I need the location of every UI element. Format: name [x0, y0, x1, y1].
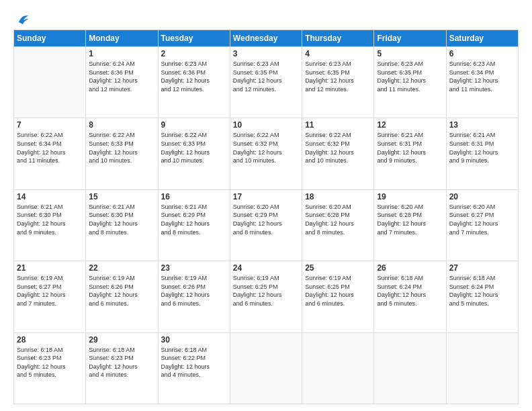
- day-info: Sunrise: 6:23 AMSunset: 6:35 PMDaylight:…: [233, 60, 299, 93]
- day-number: 15: [89, 192, 154, 201]
- weekday-monday: Monday: [86, 30, 158, 47]
- calendar-cell: 18Sunrise: 6:20 AMSunset: 6:28 PMDayligh…: [302, 189, 374, 261]
- day-info: Sunrise: 6:22 AMSunset: 6:32 PMDaylight:…: [305, 131, 371, 165]
- calendar-cell: 28Sunrise: 6:18 AMSunset: 6:23 PMDayligh…: [14, 332, 86, 404]
- day-number: 13: [449, 120, 515, 130]
- calendar-cell: 2Sunrise: 6:23 AMSunset: 6:36 PMDaylight…: [158, 47, 230, 118]
- day-info: Sunrise: 6:18 AMSunset: 6:22 PMDaylight:…: [161, 346, 227, 379]
- day-info: Sunrise: 6:19 AMSunset: 6:26 PMDaylight:…: [89, 274, 154, 308]
- day-info: Sunrise: 6:18 AMSunset: 6:23 PMDaylight:…: [89, 346, 154, 379]
- day-info: Sunrise: 6:18 AMSunset: 6:24 PMDaylight:…: [377, 274, 443, 308]
- day-info: Sunrise: 6:18 AMSunset: 6:24 PMDaylight:…: [449, 274, 515, 308]
- calendar-cell: 5Sunrise: 6:23 AMSunset: 6:35 PMDaylight…: [374, 47, 446, 118]
- calendar-cell: 22Sunrise: 6:19 AMSunset: 6:26 PMDayligh…: [86, 261, 158, 332]
- day-number: 10: [233, 120, 299, 130]
- calendar-cell: 20Sunrise: 6:20 AMSunset: 6:27 PMDayligh…: [446, 189, 518, 261]
- day-number: 2: [161, 49, 227, 58]
- weekday-saturday: Saturday: [446, 30, 518, 47]
- day-number: 4: [305, 49, 371, 58]
- day-info: Sunrise: 6:19 AMSunset: 6:27 PMDaylight:…: [17, 274, 83, 308]
- day-info: Sunrise: 6:21 AMSunset: 6:30 PMDaylight:…: [89, 203, 154, 236]
- calendar-cell: [230, 332, 302, 404]
- day-info: Sunrise: 6:22 AMSunset: 6:32 PMDaylight:…: [233, 131, 299, 165]
- calendar-cell: 12Sunrise: 6:21 AMSunset: 6:31 PMDayligh…: [374, 118, 446, 189]
- day-number: 25: [305, 263, 371, 273]
- day-number: 23: [161, 263, 227, 273]
- day-number: 12: [377, 120, 443, 130]
- weekday-friday: Friday: [374, 30, 446, 47]
- day-number: 24: [233, 263, 299, 273]
- day-info: Sunrise: 6:22 AMSunset: 6:34 PMDaylight:…: [17, 131, 83, 165]
- day-info: Sunrise: 6:23 AMSunset: 6:35 PMDaylight:…: [377, 60, 443, 93]
- calendar-cell: 6Sunrise: 6:23 AMSunset: 6:34 PMDaylight…: [446, 47, 518, 118]
- calendar-cell: 27Sunrise: 6:18 AMSunset: 6:24 PMDayligh…: [446, 261, 518, 332]
- calendar-week-row: 14Sunrise: 6:21 AMSunset: 6:30 PMDayligh…: [14, 189, 519, 261]
- calendar-cell: 8Sunrise: 6:22 AMSunset: 6:33 PMDaylight…: [86, 118, 158, 189]
- calendar-cell: 29Sunrise: 6:18 AMSunset: 6:23 PMDayligh…: [86, 332, 158, 404]
- day-number: 3: [233, 49, 299, 58]
- day-number: 11: [305, 120, 371, 130]
- day-info: Sunrise: 6:22 AMSunset: 6:33 PMDaylight:…: [89, 131, 154, 165]
- weekday-tuesday: Tuesday: [158, 30, 230, 47]
- calendar-cell: 14Sunrise: 6:21 AMSunset: 6:30 PMDayligh…: [14, 189, 86, 261]
- day-number: 27: [449, 263, 515, 273]
- day-info: Sunrise: 6:19 AMSunset: 6:26 PMDaylight:…: [161, 274, 227, 308]
- weekday-sunday: Sunday: [14, 30, 86, 47]
- day-number: 7: [17, 120, 83, 130]
- day-number: 29: [89, 335, 154, 345]
- logo: [13, 12, 30, 24]
- calendar-cell: 16Sunrise: 6:21 AMSunset: 6:29 PMDayligh…: [158, 189, 230, 261]
- day-number: 28: [17, 335, 83, 345]
- calendar-week-row: 28Sunrise: 6:18 AMSunset: 6:23 PMDayligh…: [14, 332, 519, 404]
- day-number: 14: [17, 192, 83, 201]
- day-info: Sunrise: 6:21 AMSunset: 6:30 PMDaylight:…: [17, 203, 83, 236]
- calendar-cell: 13Sunrise: 6:21 AMSunset: 6:31 PMDayligh…: [446, 118, 518, 189]
- calendar-cell: 30Sunrise: 6:18 AMSunset: 6:22 PMDayligh…: [158, 332, 230, 404]
- day-number: 16: [161, 192, 227, 201]
- day-info: Sunrise: 6:24 AMSunset: 6:36 PMDaylight:…: [89, 60, 154, 93]
- day-number: 1: [89, 49, 154, 58]
- calendar-cell: [14, 47, 86, 118]
- calendar-cell: 15Sunrise: 6:21 AMSunset: 6:30 PMDayligh…: [86, 189, 158, 261]
- day-info: Sunrise: 6:23 AMSunset: 6:34 PMDaylight:…: [449, 60, 515, 93]
- calendar-cell: 23Sunrise: 6:19 AMSunset: 6:26 PMDayligh…: [158, 261, 230, 332]
- page: SundayMondayTuesdayWednesdayThursdayFrid…: [0, 0, 532, 411]
- day-info: Sunrise: 6:18 AMSunset: 6:23 PMDaylight:…: [17, 346, 83, 379]
- day-number: 17: [233, 192, 299, 201]
- calendar-cell: 1Sunrise: 6:24 AMSunset: 6:36 PMDaylight…: [86, 47, 158, 118]
- day-info: Sunrise: 6:19 AMSunset: 6:25 PMDaylight:…: [233, 274, 299, 308]
- day-info: Sunrise: 6:21 AMSunset: 6:31 PMDaylight:…: [449, 131, 515, 165]
- calendar-week-row: 1Sunrise: 6:24 AMSunset: 6:36 PMDaylight…: [14, 47, 519, 118]
- calendar-cell: 10Sunrise: 6:22 AMSunset: 6:32 PMDayligh…: [230, 118, 302, 189]
- calendar-cell: [374, 332, 446, 404]
- day-number: 19: [377, 192, 443, 201]
- calendar-cell: 17Sunrise: 6:20 AMSunset: 6:29 PMDayligh…: [230, 189, 302, 261]
- calendar-cell: 3Sunrise: 6:23 AMSunset: 6:35 PMDaylight…: [230, 47, 302, 118]
- day-info: Sunrise: 6:19 AMSunset: 6:25 PMDaylight:…: [305, 274, 371, 308]
- day-info: Sunrise: 6:23 AMSunset: 6:35 PMDaylight:…: [305, 60, 371, 93]
- day-number: 30: [161, 335, 227, 345]
- day-number: 9: [161, 120, 227, 130]
- calendar-cell: 26Sunrise: 6:18 AMSunset: 6:24 PMDayligh…: [374, 261, 446, 332]
- day-number: 18: [305, 192, 371, 201]
- day-info: Sunrise: 6:20 AMSunset: 6:27 PMDaylight:…: [449, 203, 515, 236]
- logo-bird-icon: [15, 12, 30, 27]
- header: [13, 12, 519, 24]
- day-number: 21: [17, 263, 83, 273]
- day-number: 5: [377, 49, 443, 58]
- calendar-cell: 11Sunrise: 6:22 AMSunset: 6:32 PMDayligh…: [302, 118, 374, 189]
- calendar-cell: 25Sunrise: 6:19 AMSunset: 6:25 PMDayligh…: [302, 261, 374, 332]
- calendar-week-row: 21Sunrise: 6:19 AMSunset: 6:27 PMDayligh…: [14, 261, 519, 332]
- day-info: Sunrise: 6:23 AMSunset: 6:36 PMDaylight:…: [161, 60, 227, 93]
- calendar-cell: 19Sunrise: 6:20 AMSunset: 6:28 PMDayligh…: [374, 189, 446, 261]
- day-number: 22: [89, 263, 154, 273]
- weekday-wednesday: Wednesday: [230, 30, 302, 47]
- calendar-week-row: 7Sunrise: 6:22 AMSunset: 6:34 PMDaylight…: [14, 118, 519, 189]
- day-info: Sunrise: 6:20 AMSunset: 6:28 PMDaylight:…: [305, 203, 371, 236]
- day-number: 6: [449, 49, 515, 58]
- calendar-cell: [302, 332, 374, 404]
- day-info: Sunrise: 6:21 AMSunset: 6:29 PMDaylight:…: [161, 203, 227, 236]
- calendar-cell: 4Sunrise: 6:23 AMSunset: 6:35 PMDaylight…: [302, 47, 374, 118]
- weekday-thursday: Thursday: [302, 30, 374, 47]
- calendar-table: SundayMondayTuesdayWednesdayThursdayFrid…: [13, 30, 519, 404]
